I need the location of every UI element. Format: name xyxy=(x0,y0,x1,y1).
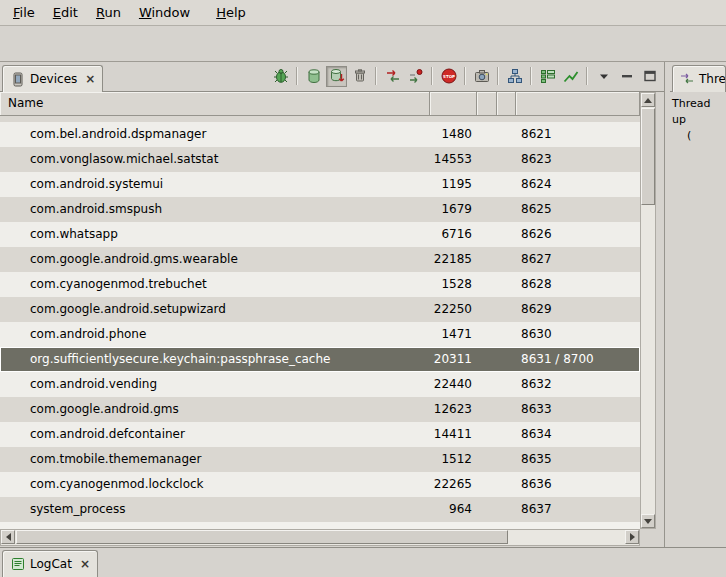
column-spacer xyxy=(497,272,516,297)
device-table: Name com.bel.android.dspmanager14808621c… xyxy=(0,92,657,547)
column-spacer xyxy=(477,322,497,347)
column-spacer xyxy=(477,472,497,497)
column-spacer xyxy=(497,497,516,522)
arrow-left-icon xyxy=(6,533,11,541)
table-row[interactable]: system_process9648637 xyxy=(0,497,640,522)
column-header-pid[interactable] xyxy=(430,92,477,115)
scroll-left-button[interactable] xyxy=(1,530,15,544)
menu-accelerator: W xyxy=(139,5,152,20)
process-port: 8624 xyxy=(516,172,640,197)
process-port: 8629 xyxy=(516,297,640,322)
stop-process-icon[interactable]: STOP xyxy=(438,66,459,87)
start-method-profiling-icon[interactable] xyxy=(405,66,426,87)
menu-run[interactable]: Run xyxy=(87,2,130,23)
svg-text:STOP: STOP xyxy=(443,74,455,79)
column-header-port[interactable] xyxy=(516,92,640,115)
table-row[interactable]: com.tmobile.thememanager15128635 xyxy=(0,447,640,472)
vertical-scrollbar[interactable] xyxy=(640,92,656,529)
column-spacer xyxy=(497,222,516,247)
table-row[interactable]: com.whatsapp67168626 xyxy=(0,222,640,247)
process-port: 8632 xyxy=(516,372,640,397)
process-port: 8625 xyxy=(516,197,640,222)
horizontal-scrollbar[interactable] xyxy=(0,529,640,546)
table-row[interactable]: com.cyanogenmod.trebuchet15288628 xyxy=(0,272,640,297)
screen-capture-icon[interactable] xyxy=(471,66,492,87)
process-pid: 6716 xyxy=(430,222,477,247)
dump-hprof-icon[interactable] xyxy=(326,66,347,87)
column-header-name[interactable]: Name xyxy=(0,92,430,115)
column-spacer xyxy=(477,447,497,472)
tab-devices[interactable]: Devices × xyxy=(2,65,103,92)
horizontal-scroll-thumb[interactable] xyxy=(16,530,508,544)
table-row[interactable]: com.android.phone14718630 xyxy=(0,322,640,347)
column-spacer xyxy=(477,147,497,172)
table-row[interactable]: com.android.smspush16798625 xyxy=(0,197,640,222)
column-spacer xyxy=(497,322,516,347)
table-row[interactable]: com.google.android.gms126238633 xyxy=(0,397,640,422)
menu-file[interactable]: File xyxy=(4,2,44,23)
table-row[interactable]: com.android.vending224408632 xyxy=(0,372,640,397)
table-row[interactable]: com.google.android.setupwizard222508629 xyxy=(0,297,640,322)
minimize-icon[interactable] xyxy=(616,66,637,87)
table-row[interactable]: org.sufficientlysecure.keychain:passphra… xyxy=(0,347,640,372)
column-spacer xyxy=(477,272,497,297)
toolbar-separator xyxy=(586,67,588,85)
toolbar-separator xyxy=(375,67,377,85)
process-name: com.cyanogenmod.lockclock xyxy=(0,472,430,497)
table-row[interactable]: com.google.android.gms.wearable221858627 xyxy=(0,247,640,272)
table-row[interactable]: com.android.defcontainer144118634 xyxy=(0,422,640,447)
vertical-scroll-thumb[interactable] xyxy=(641,108,655,205)
close-icon[interactable]: × xyxy=(85,73,95,85)
column-header-spacer-1[interactable] xyxy=(477,92,497,115)
process-pid: 14411 xyxy=(430,422,477,447)
devices-toolbar: STOP xyxy=(270,61,664,91)
tab-logcat[interactable]: LogCat × xyxy=(2,550,98,577)
system-info-icon[interactable] xyxy=(560,66,581,87)
threads-tabbar: Threa xyxy=(670,62,726,92)
scroll-up-button[interactable] xyxy=(641,93,655,107)
table-row[interactable]: com.bel.android.dspmanager14808621 xyxy=(0,122,640,147)
arrow-down-icon xyxy=(644,519,652,524)
process-pid: 1512 xyxy=(430,447,477,472)
process-port: 8633 xyxy=(516,397,640,422)
device-table-body: com.bel.android.dspmanager14808621com.vo… xyxy=(0,116,640,529)
process-port: 8621 xyxy=(516,122,640,147)
close-icon[interactable]: × xyxy=(80,558,90,570)
table-row[interactable]: com.android.systemui11958624 xyxy=(0,172,640,197)
process-name: com.google.android.gms.wearable xyxy=(0,247,430,272)
column-spacer xyxy=(497,147,516,172)
process-name: com.android.vending xyxy=(0,372,430,397)
scroll-down-button[interactable] xyxy=(641,514,655,528)
update-heap-icon[interactable] xyxy=(303,66,324,87)
maximize-icon[interactable] xyxy=(639,66,660,87)
column-header-spacer-2[interactable] xyxy=(497,92,516,115)
process-port: 8636 xyxy=(516,472,640,497)
process-name: system_process xyxy=(0,497,430,522)
table-row[interactable]: com.vonglasow.michael.satstat145538623 xyxy=(0,147,640,172)
column-spacer xyxy=(497,447,516,472)
column-spacer xyxy=(497,122,516,147)
table-row[interactable]: com.cyanogenmod.lockclock222658636 xyxy=(0,472,640,497)
capture-tree-icon[interactable] xyxy=(537,66,558,87)
toolbar-separator xyxy=(530,67,532,85)
menu-accelerator: R xyxy=(96,5,104,20)
menu-help[interactable]: Help xyxy=(207,2,255,23)
column-spacer xyxy=(497,172,516,197)
toolbar-separator xyxy=(497,67,499,85)
menu-edit[interactable]: Edit xyxy=(44,2,87,23)
cause-gc-icon[interactable] xyxy=(349,66,370,87)
process-pid: 20311 xyxy=(430,347,477,372)
menu-accelerator: F xyxy=(13,5,20,20)
view-menu-icon[interactable] xyxy=(593,66,614,87)
menu-window[interactable]: Window xyxy=(130,2,199,23)
column-spacer xyxy=(497,372,516,397)
process-name: com.android.defcontainer xyxy=(0,422,430,447)
update-threads-icon[interactable] xyxy=(382,66,403,87)
debug-process-icon[interactable] xyxy=(270,66,291,87)
dump-view-hierarchy-icon[interactable] xyxy=(504,66,525,87)
process-pid: 1195 xyxy=(430,172,477,197)
scroll-right-button[interactable] xyxy=(625,530,639,544)
process-pid: 1471 xyxy=(430,322,477,347)
tab-threads[interactable]: Threa xyxy=(672,65,726,92)
column-spacer xyxy=(477,297,497,322)
